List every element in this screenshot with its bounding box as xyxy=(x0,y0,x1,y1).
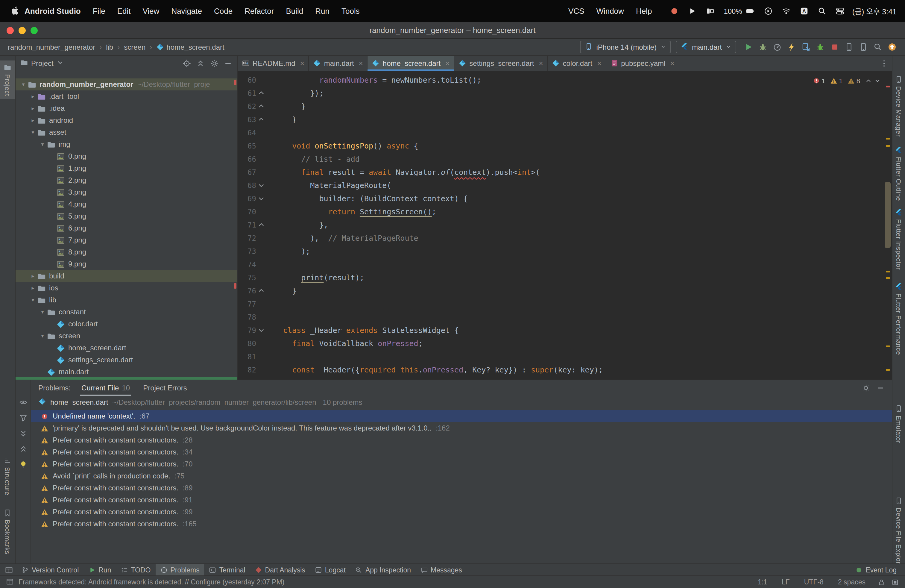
line-ending[interactable]: LF xyxy=(782,578,790,586)
menu-help[interactable]: Help xyxy=(630,6,658,16)
tree-row-8-png[interactable]: 8.png xyxy=(16,246,237,258)
tab-color-dart[interactable]: color.dart× xyxy=(548,56,606,71)
tree-row-7-png[interactable]: 7.png xyxy=(16,234,237,246)
configure-link[interactable]: Configure xyxy=(191,578,221,586)
toolbar-dart-analysis[interactable]: Dart Analysis xyxy=(250,564,310,575)
tree-row-5-png[interactable]: 5.png xyxy=(16,210,237,222)
tree-row-color-dart[interactable]: color.dart xyxy=(16,318,237,330)
file-encoding[interactable]: UTF-8 xyxy=(804,578,824,586)
problem-row[interactable]: Prefer const with constant constructors.… xyxy=(31,434,892,446)
stop-button[interactable] xyxy=(827,40,841,54)
menu-window[interactable]: Window xyxy=(590,6,630,16)
menu-refactor[interactable]: Refactor xyxy=(238,6,280,16)
breadcrumb-random-number-generator[interactable]: random_number_generator xyxy=(6,43,97,51)
tool-button-project[interactable]: Project xyxy=(0,60,15,99)
breadcrumb-home-screen-dart[interactable]: home_screen.dart xyxy=(154,43,226,51)
hot-reload-button[interactable] xyxy=(784,40,799,54)
window-manager-icon[interactable] xyxy=(706,6,714,16)
control-center-icon[interactable] xyxy=(835,6,845,16)
tree-row-idea[interactable]: ▸.idea xyxy=(16,102,237,114)
fold-marker-icon[interactable] xyxy=(257,89,265,97)
toolbar-logcat[interactable]: Logcat xyxy=(310,564,351,575)
menu-tools[interactable]: Tools xyxy=(335,6,366,16)
problems-tab-current-file[interactable]: Current File10 xyxy=(80,380,131,396)
toolbar-problems[interactable]: Problems xyxy=(156,564,205,575)
tree-row-partial[interactable] xyxy=(16,377,237,380)
fold-marker-icon[interactable] xyxy=(257,287,265,295)
close-tab-icon[interactable]: × xyxy=(445,59,449,67)
minimize-window-button[interactable] xyxy=(19,27,26,34)
tab-settings-screen-dart[interactable]: settings_screen.dart× xyxy=(454,56,548,71)
tree-row-android[interactable]: ▸android xyxy=(16,114,237,126)
tool-button-bookmarks[interactable]: Bookmarks xyxy=(0,506,15,557)
tree-row-screen[interactable]: ▾screen xyxy=(16,330,237,342)
device-selector[interactable]: iPhone 14 (mobile) xyxy=(580,41,671,53)
menu-run[interactable]: Run xyxy=(309,6,335,16)
tool-button-device-file-explorer[interactable]: Device File Explorer xyxy=(892,494,905,573)
tree-row-asset[interactable]: ▾asset xyxy=(16,126,237,138)
quick-fix-button[interactable] xyxy=(19,461,27,469)
device-mirror-button[interactable] xyxy=(841,40,856,54)
tree-row-6-png[interactable]: 6.png xyxy=(16,222,237,234)
problem-row[interactable]: Avoid `print` calls in production code.:… xyxy=(31,470,892,482)
expand-all-button[interactable] xyxy=(19,429,27,438)
project-view-selector[interactable]: Project xyxy=(31,59,54,68)
close-tab-icon[interactable]: × xyxy=(359,59,363,67)
tree-row-home-screen-dart[interactable]: home_screen.dart xyxy=(16,342,237,354)
search-everywhere-button[interactable] xyxy=(870,40,884,54)
problem-row[interactable]: Prefer const with constant constructors.… xyxy=(31,506,892,518)
apple-menu[interactable] xyxy=(11,6,20,16)
tool-windows-icon[interactable] xyxy=(6,577,14,586)
zoom-window-button[interactable] xyxy=(30,27,38,34)
filter-button[interactable] xyxy=(19,414,27,422)
toolbar-app-inspection[interactable]: App Inspection xyxy=(351,564,416,575)
problem-row[interactable]: Prefer const with constant constructors.… xyxy=(31,494,892,506)
tree-row-ios[interactable]: ▸ios xyxy=(16,282,237,294)
menu-navigate[interactable]: Navigate xyxy=(165,6,208,16)
lock-button[interactable] xyxy=(878,578,885,586)
code-area[interactable]: randomNumbers = newNumbers.toList(); });… xyxy=(265,71,892,380)
close-tab-icon[interactable]: × xyxy=(670,59,674,67)
attach-debugger-button[interactable] xyxy=(813,40,827,54)
problem-row[interactable]: Prefer const with constant constructors.… xyxy=(31,458,892,470)
tool-windows-button[interactable] xyxy=(5,566,13,574)
tree-row-2-png[interactable]: 2.png xyxy=(16,174,237,186)
tool-button-device-manager[interactable]: Device Manager xyxy=(892,72,905,140)
tool-button-structure[interactable]: Structure xyxy=(0,453,15,499)
tree-row-build[interactable]: ▸build xyxy=(16,270,237,282)
tree-row-constant[interactable]: ▾constant xyxy=(16,306,237,318)
profile-button[interactable] xyxy=(770,40,784,54)
run-button[interactable] xyxy=(741,40,755,54)
problem-row[interactable]: 'primary' is deprecated and shouldn't be… xyxy=(31,422,892,434)
problem-row[interactable]: Prefer const with constant constructors.… xyxy=(31,482,892,494)
tree-row-img[interactable]: ▾img xyxy=(16,138,237,150)
close-tab-icon[interactable]: × xyxy=(300,59,304,67)
tabs-more-button[interactable] xyxy=(876,56,892,71)
problems-file-row[interactable]: home_screen.dart ~/Desktop/flutter_proje… xyxy=(31,396,892,409)
tab-home-screen-dart[interactable]: home_screen.dart× xyxy=(368,56,455,71)
menu-code[interactable]: Code xyxy=(208,6,238,16)
wifi-icon[interactable] xyxy=(782,6,791,16)
problem-row[interactable]: Prefer const with constant constructors.… xyxy=(31,446,892,458)
hide-button[interactable] xyxy=(224,59,232,68)
tab-readme-md[interactable]: README.md× xyxy=(238,56,309,71)
toolbar-terminal[interactable]: Terminal xyxy=(205,564,250,575)
tree-row-3-png[interactable]: 3.png xyxy=(16,186,237,198)
toolbar-event-log[interactable]: Event Log xyxy=(851,564,902,575)
fold-marker-icon[interactable] xyxy=(257,195,265,202)
editor-scrollbar[interactable] xyxy=(883,71,892,380)
update-button[interactable] xyxy=(884,40,899,54)
battery-icon[interactable] xyxy=(746,6,755,16)
toolbar-run[interactable]: Run xyxy=(84,564,116,575)
tab-main-dart[interactable]: main.dart× xyxy=(309,56,368,71)
menu-bar-clock[interactable]: (금) 오후 3:41 xyxy=(852,5,897,17)
problem-row[interactable]: Undefined name 'context'.:67 xyxy=(31,410,892,422)
tree-row-lib[interactable]: ▾lib xyxy=(16,294,237,306)
fold-marker-icon[interactable] xyxy=(257,181,265,189)
tool-button-flutter-inspector[interactable]: Flutter Inspector xyxy=(892,205,905,273)
input-source-icon[interactable]: A xyxy=(800,6,809,16)
tree-row-random-number-generator[interactable]: ▾random_number_generator~/Desktop/flutte… xyxy=(16,78,237,91)
previous-problem-icon[interactable] xyxy=(865,77,872,84)
collapse-all-button[interactable] xyxy=(196,59,205,68)
menu-build[interactable]: Build xyxy=(280,6,309,16)
